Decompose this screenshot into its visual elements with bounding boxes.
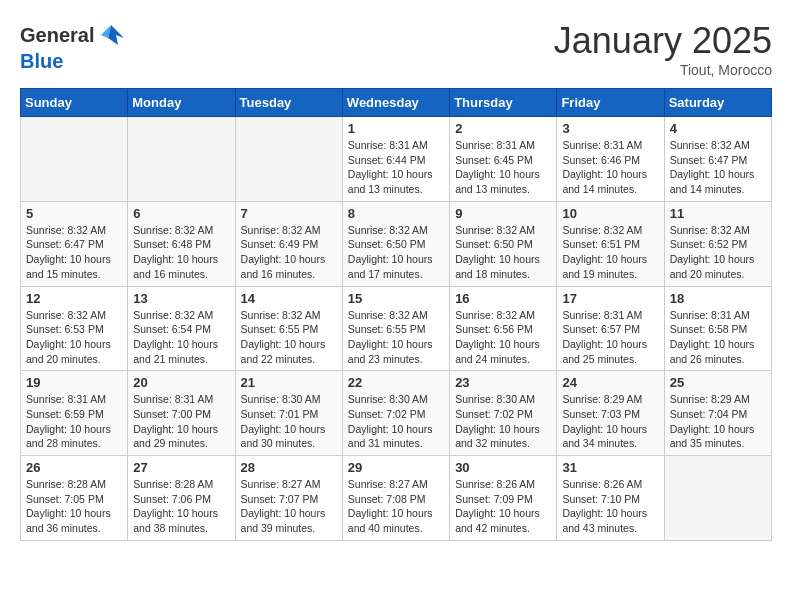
location: Tiout, Morocco <box>554 62 772 78</box>
day-info: Sunrise: 8:29 AM Sunset: 7:04 PM Dayligh… <box>670 392 766 451</box>
day-number: 30 <box>455 460 551 475</box>
calendar-cell: 11Sunrise: 8:32 AM Sunset: 6:52 PM Dayli… <box>664 201 771 286</box>
day-number: 12 <box>26 291 122 306</box>
day-number: 15 <box>348 291 444 306</box>
day-number: 21 <box>241 375 337 390</box>
svg-marker-0 <box>108 25 124 45</box>
day-info: Sunrise: 8:26 AM Sunset: 7:10 PM Dayligh… <box>562 477 658 536</box>
calendar-cell: 9Sunrise: 8:32 AM Sunset: 6:50 PM Daylig… <box>450 201 557 286</box>
day-number: 7 <box>241 206 337 221</box>
calendar-cell: 4Sunrise: 8:32 AM Sunset: 6:47 PM Daylig… <box>664 117 771 202</box>
calendar-week-row: 26Sunrise: 8:28 AM Sunset: 7:05 PM Dayli… <box>21 456 772 541</box>
day-info: Sunrise: 8:31 AM Sunset: 7:00 PM Dayligh… <box>133 392 229 451</box>
calendar-cell: 6Sunrise: 8:32 AM Sunset: 6:48 PM Daylig… <box>128 201 235 286</box>
calendar-header-row: SundayMondayTuesdayWednesdayThursdayFrid… <box>21 89 772 117</box>
day-info: Sunrise: 8:32 AM Sunset: 6:47 PM Dayligh… <box>26 223 122 282</box>
weekday-header: Wednesday <box>342 89 449 117</box>
calendar-cell: 20Sunrise: 8:31 AM Sunset: 7:00 PM Dayli… <box>128 371 235 456</box>
day-info: Sunrise: 8:32 AM Sunset: 6:48 PM Dayligh… <box>133 223 229 282</box>
day-info: Sunrise: 8:31 AM Sunset: 6:44 PM Dayligh… <box>348 138 444 197</box>
day-info: Sunrise: 8:31 AM Sunset: 6:58 PM Dayligh… <box>670 308 766 367</box>
day-info: Sunrise: 8:32 AM Sunset: 6:49 PM Dayligh… <box>241 223 337 282</box>
weekday-header: Thursday <box>450 89 557 117</box>
calendar-cell: 30Sunrise: 8:26 AM Sunset: 7:09 PM Dayli… <box>450 456 557 541</box>
day-info: Sunrise: 8:32 AM Sunset: 6:53 PM Dayligh… <box>26 308 122 367</box>
calendar-cell: 16Sunrise: 8:32 AM Sunset: 6:56 PM Dayli… <box>450 286 557 371</box>
calendar-cell: 7Sunrise: 8:32 AM Sunset: 6:49 PM Daylig… <box>235 201 342 286</box>
weekday-header: Saturday <box>664 89 771 117</box>
weekday-header: Tuesday <box>235 89 342 117</box>
calendar-cell: 8Sunrise: 8:32 AM Sunset: 6:50 PM Daylig… <box>342 201 449 286</box>
day-number: 17 <box>562 291 658 306</box>
day-number: 31 <box>562 460 658 475</box>
day-info: Sunrise: 8:31 AM Sunset: 6:45 PM Dayligh… <box>455 138 551 197</box>
day-info: Sunrise: 8:32 AM Sunset: 6:52 PM Dayligh… <box>670 223 766 282</box>
calendar-week-row: 12Sunrise: 8:32 AM Sunset: 6:53 PM Dayli… <box>21 286 772 371</box>
day-number: 6 <box>133 206 229 221</box>
calendar-cell: 1Sunrise: 8:31 AM Sunset: 6:44 PM Daylig… <box>342 117 449 202</box>
page-header: General Blue January 2025 Tiout, Morocco <box>20 20 772 78</box>
calendar-cell: 26Sunrise: 8:28 AM Sunset: 7:05 PM Dayli… <box>21 456 128 541</box>
day-number: 13 <box>133 291 229 306</box>
calendar-table: SundayMondayTuesdayWednesdayThursdayFrid… <box>20 88 772 541</box>
day-info: Sunrise: 8:32 AM Sunset: 6:50 PM Dayligh… <box>455 223 551 282</box>
calendar-cell: 14Sunrise: 8:32 AM Sunset: 6:55 PM Dayli… <box>235 286 342 371</box>
day-info: Sunrise: 8:30 AM Sunset: 7:02 PM Dayligh… <box>348 392 444 451</box>
calendar-cell: 23Sunrise: 8:30 AM Sunset: 7:02 PM Dayli… <box>450 371 557 456</box>
day-number: 19 <box>26 375 122 390</box>
day-number: 4 <box>670 121 766 136</box>
day-number: 28 <box>241 460 337 475</box>
calendar-cell: 25Sunrise: 8:29 AM Sunset: 7:04 PM Dayli… <box>664 371 771 456</box>
day-info: Sunrise: 8:28 AM Sunset: 7:06 PM Dayligh… <box>133 477 229 536</box>
calendar-cell: 19Sunrise: 8:31 AM Sunset: 6:59 PM Dayli… <box>21 371 128 456</box>
calendar-cell: 29Sunrise: 8:27 AM Sunset: 7:08 PM Dayli… <box>342 456 449 541</box>
day-info: Sunrise: 8:28 AM Sunset: 7:05 PM Dayligh… <box>26 477 122 536</box>
calendar-cell: 24Sunrise: 8:29 AM Sunset: 7:03 PM Dayli… <box>557 371 664 456</box>
day-number: 3 <box>562 121 658 136</box>
month-title: January 2025 <box>554 20 772 62</box>
calendar-cell: 5Sunrise: 8:32 AM Sunset: 6:47 PM Daylig… <box>21 201 128 286</box>
day-number: 9 <box>455 206 551 221</box>
calendar-cell: 2Sunrise: 8:31 AM Sunset: 6:45 PM Daylig… <box>450 117 557 202</box>
calendar-cell: 10Sunrise: 8:32 AM Sunset: 6:51 PM Dayli… <box>557 201 664 286</box>
day-info: Sunrise: 8:29 AM Sunset: 7:03 PM Dayligh… <box>562 392 658 451</box>
day-info: Sunrise: 8:26 AM Sunset: 7:09 PM Dayligh… <box>455 477 551 536</box>
calendar-week-row: 19Sunrise: 8:31 AM Sunset: 6:59 PM Dayli… <box>21 371 772 456</box>
day-info: Sunrise: 8:32 AM Sunset: 6:55 PM Dayligh… <box>241 308 337 367</box>
calendar-cell: 13Sunrise: 8:32 AM Sunset: 6:54 PM Dayli… <box>128 286 235 371</box>
day-number: 27 <box>133 460 229 475</box>
day-number: 18 <box>670 291 766 306</box>
day-number: 5 <box>26 206 122 221</box>
day-number: 25 <box>670 375 766 390</box>
calendar-cell: 12Sunrise: 8:32 AM Sunset: 6:53 PM Dayli… <box>21 286 128 371</box>
day-info: Sunrise: 8:32 AM Sunset: 6:55 PM Dayligh… <box>348 308 444 367</box>
day-info: Sunrise: 8:31 AM Sunset: 6:59 PM Dayligh… <box>26 392 122 451</box>
logo: General Blue <box>20 20 126 73</box>
day-info: Sunrise: 8:27 AM Sunset: 7:07 PM Dayligh… <box>241 477 337 536</box>
calendar-cell <box>235 117 342 202</box>
day-number: 10 <box>562 206 658 221</box>
calendar-cell <box>21 117 128 202</box>
calendar-cell: 21Sunrise: 8:30 AM Sunset: 7:01 PM Dayli… <box>235 371 342 456</box>
day-number: 16 <box>455 291 551 306</box>
weekday-header: Monday <box>128 89 235 117</box>
calendar-cell: 17Sunrise: 8:31 AM Sunset: 6:57 PM Dayli… <box>557 286 664 371</box>
weekday-header: Sunday <box>21 89 128 117</box>
day-number: 23 <box>455 375 551 390</box>
day-info: Sunrise: 8:32 AM Sunset: 6:50 PM Dayligh… <box>348 223 444 282</box>
calendar-cell: 27Sunrise: 8:28 AM Sunset: 7:06 PM Dayli… <box>128 456 235 541</box>
day-number: 26 <box>26 460 122 475</box>
day-info: Sunrise: 8:27 AM Sunset: 7:08 PM Dayligh… <box>348 477 444 536</box>
title-section: January 2025 Tiout, Morocco <box>554 20 772 78</box>
calendar-cell: 22Sunrise: 8:30 AM Sunset: 7:02 PM Dayli… <box>342 371 449 456</box>
day-number: 14 <box>241 291 337 306</box>
calendar-cell: 31Sunrise: 8:26 AM Sunset: 7:10 PM Dayli… <box>557 456 664 541</box>
logo-general: General <box>20 24 94 47</box>
calendar-cell: 3Sunrise: 8:31 AM Sunset: 6:46 PM Daylig… <box>557 117 664 202</box>
calendar-cell: 15Sunrise: 8:32 AM Sunset: 6:55 PM Dayli… <box>342 286 449 371</box>
day-number: 22 <box>348 375 444 390</box>
calendar-week-row: 5Sunrise: 8:32 AM Sunset: 6:47 PM Daylig… <box>21 201 772 286</box>
day-number: 1 <box>348 121 444 136</box>
day-number: 29 <box>348 460 444 475</box>
calendar-cell: 18Sunrise: 8:31 AM Sunset: 6:58 PM Dayli… <box>664 286 771 371</box>
